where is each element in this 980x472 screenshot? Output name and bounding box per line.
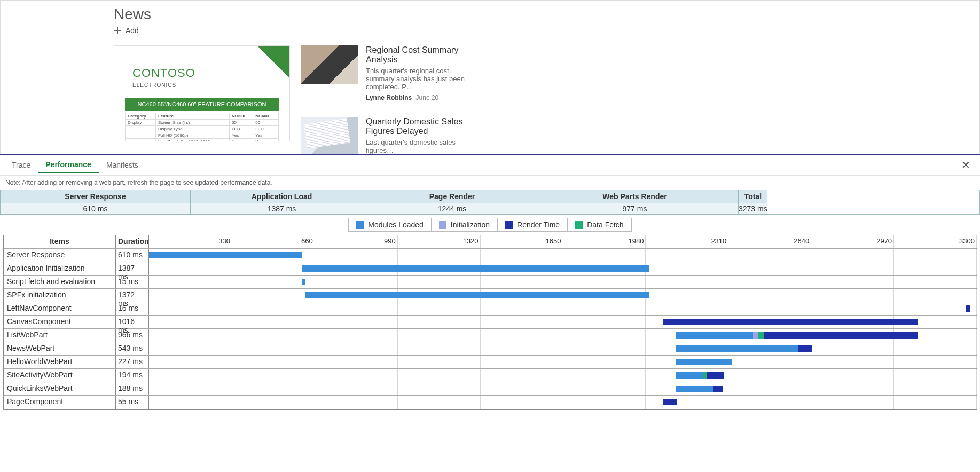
chart-legend: Modules Loaded Initialization Render Tim…: [0, 218, 980, 232]
news-item-title: Quarterly Domestic Sales Figures Delayed: [366, 117, 477, 136]
legend-swatch-icon: [505, 221, 513, 229]
summary-header: Page Render: [373, 190, 531, 203]
legend-item: Initialization: [432, 218, 498, 231]
gantt-row: ListWebPart966 ms: [4, 329, 976, 342]
summary-value: 977 ms: [531, 203, 738, 214]
gantt-row-name: Server Response: [4, 249, 116, 262]
gantt-row-name: NewsWebPart: [4, 342, 116, 355]
tab-trace[interactable]: Trace: [4, 158, 38, 172]
gantt-row-name: HelloWorldWebPart: [4, 356, 116, 368]
gantt-row-duration: 1372 ms: [116, 289, 149, 302]
news-item-meta: Lynne Robbins June 20: [366, 94, 477, 101]
news-add-label: Add: [126, 26, 139, 35]
gantt-row: PageComponent55 ms: [4, 396, 976, 409]
gantt-row-bars: [149, 382, 976, 395]
gantt-row-duration: 610 ms: [116, 249, 149, 262]
gantt-row: Application Initialization1387 ms: [4, 262, 976, 276]
close-button[interactable]: ✕: [956, 159, 976, 171]
gantt-row: SPFx initialization1372 ms: [4, 289, 976, 302]
news-card-featured[interactable]: CONTOSO ELECTRONICS NC460 55"/NC460 60" …: [114, 45, 290, 141]
gantt-bar: [703, 372, 707, 379]
card-corner-accent: [257, 46, 289, 78]
gantt-row: CanvasComponent1016 ms: [4, 316, 976, 329]
gantt-row-bars: [149, 342, 976, 355]
gantt-row-duration: 966 ms: [116, 329, 149, 342]
gantt-row-duration: 188 ms: [116, 382, 149, 395]
gantt-row: Server Response610 ms: [4, 249, 976, 262]
plus-icon: [114, 27, 121, 34]
gantt-row-duration: 194 ms: [116, 369, 149, 382]
legend-item: Modules Loaded: [349, 218, 432, 231]
news-item-desc: Last quarter's domestic sales figures…: [366, 138, 477, 154]
gantt-bar: [676, 386, 713, 392]
summary-header: Server Response: [1, 190, 190, 203]
gantt-row-name: LeftNavComponent: [4, 302, 116, 315]
gantt-row-duration: 55 ms: [116, 396, 149, 409]
legend-swatch-icon: [575, 221, 583, 229]
summary-value: 3273 ms: [739, 203, 767, 214]
gantt-row-bars: [149, 396, 976, 409]
close-icon: ✕: [961, 159, 970, 171]
gantt-row-name: CanvasComponent: [4, 316, 116, 328]
gantt-bar: [302, 265, 649, 272]
gantt-row-duration: 543 ms: [116, 342, 149, 355]
gantt-row-name: Application Initialization: [4, 262, 116, 275]
gantt-bar: [753, 332, 758, 339]
perf-summary-table: Server Response610 ms Application Load13…: [0, 190, 980, 215]
news-thumbnail: [301, 45, 358, 84]
legend-swatch-icon: [356, 221, 364, 229]
tab-manifests[interactable]: Manifests: [99, 158, 146, 172]
gantt-row-duration: 16 ms: [116, 302, 149, 315]
card-subbrand: ELECTRONICS: [132, 82, 289, 88]
summary-value: 1387 ms: [191, 203, 373, 214]
gantt-row-bars: [149, 249, 976, 262]
gantt-row-bars: [149, 289, 976, 302]
gantt-row-bars: [149, 276, 976, 288]
gantt-row: SiteActivityWebPart194 ms: [4, 369, 976, 382]
gantt-row: QuickLinksWebPart188 ms: [4, 382, 976, 396]
gantt-row-duration: 1016 ms: [116, 316, 149, 328]
news-item[interactable]: Regional Cost Summary Analysis This quar…: [301, 45, 477, 109]
gantt-bar: [764, 332, 918, 339]
gantt-bar: [676, 372, 703, 379]
summary-value: 1244 ms: [373, 203, 531, 214]
gantt-row-duration: 1387 ms: [116, 262, 149, 275]
gantt-bar: [302, 279, 305, 285]
gantt-bar: [663, 399, 677, 405]
news-section: News Add CONTOSO ELECTRONICS NC460 55"/N…: [0, 0, 980, 154]
diagnostics-panel: Trace Performance Manifests ✕ Note: Afte…: [0, 154, 980, 410]
summary-header: Total: [739, 190, 767, 203]
news-heading: News: [114, 6, 979, 23]
gantt-axis: 3306609901320165019802310264029703300: [149, 235, 976, 248]
gantt-row: NewsWebPart543 ms: [4, 342, 976, 356]
card-compare-table: Category Feature NC320 NC460 DisplayScre…: [125, 113, 279, 141]
summary-header: Web Parts Render: [531, 190, 738, 203]
gantt-row-duration: 15 ms: [116, 276, 149, 288]
summary-header: Application Load: [191, 190, 373, 203]
gantt-row: HelloWorldWebPart227 ms: [4, 356, 976, 369]
news-add-button[interactable]: Add: [114, 26, 979, 35]
news-item-desc: This quarter's regional cost summary ana…: [366, 67, 477, 91]
card-compare-bar: NC460 55"/NC460 60" FEATURE COMPARISON: [125, 98, 279, 111]
gantt-row-bars: [149, 369, 976, 382]
gantt-row-bars: [149, 302, 976, 315]
perf-gantt-chart: ItemsDuration330660990132016501980231026…: [3, 235, 977, 410]
gantt-row-bars: [149, 316, 976, 328]
tab-performance[interactable]: Performance: [38, 157, 99, 173]
gantt-row-duration: 227 ms: [116, 356, 149, 368]
diagnostics-note: Note: After adding or removing a web par…: [0, 176, 980, 190]
gantt-row-name: QuickLinksWebPart: [4, 382, 116, 395]
news-item-title: Regional Cost Summary Analysis: [366, 45, 477, 65]
gantt-row-bars: [149, 329, 976, 342]
gantt-row-name: SPFx initialization: [4, 289, 116, 302]
gantt-bar: [798, 345, 812, 352]
gantt-bar: [707, 372, 724, 379]
gantt-bar: [713, 386, 723, 392]
gantt-bar: [676, 332, 754, 339]
news-item[interactable]: Quarterly Domestic Sales Figures Delayed…: [301, 117, 477, 154]
legend-item: Render Time: [498, 218, 568, 231]
gantt-bar: [149, 252, 302, 258]
gantt-bar: [676, 345, 798, 352]
gantt-bar: [758, 332, 765, 339]
gantt-row: LeftNavComponent16 ms: [4, 302, 976, 316]
